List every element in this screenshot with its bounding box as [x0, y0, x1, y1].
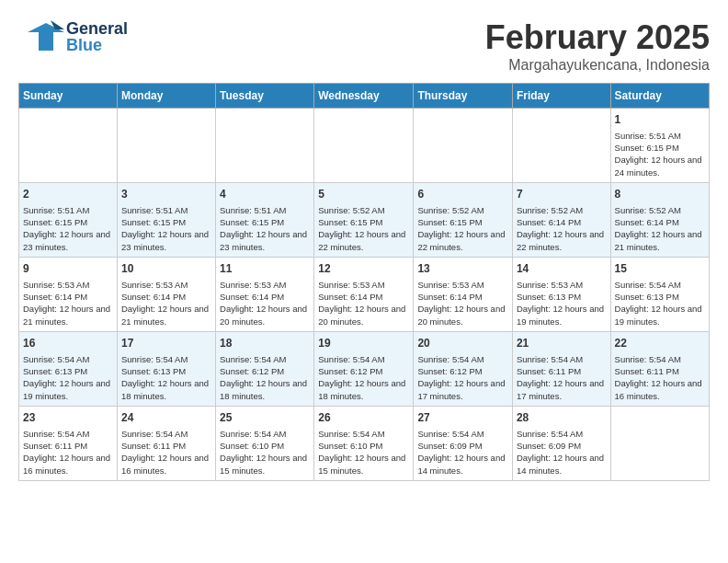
calendar-cell: 8Sunrise: 5:52 AM Sunset: 6:14 PM Daylig…	[610, 182, 709, 257]
day-number: 15	[615, 261, 705, 277]
month-title: February 2025	[485, 18, 710, 57]
day-info: Sunrise: 5:53 AM Sunset: 6:13 PM Dayligh…	[517, 279, 607, 327]
day-number: 1	[615, 112, 705, 128]
day-number: 20	[417, 336, 508, 351]
calendar-body: 1Sunrise: 5:51 AM Sunset: 6:15 PM Daylig…	[19, 109, 710, 481]
day-number: 25	[220, 410, 310, 426]
calendar-cell: 16Sunrise: 5:54 AM Sunset: 6:13 PM Dayli…	[19, 331, 118, 406]
day-info: Sunrise: 5:54 AM Sunset: 6:12 PM Dayligh…	[318, 353, 409, 402]
logo-blue: Blue	[66, 37, 128, 53]
calendar-week-2: 2Sunrise: 5:51 AM Sunset: 6:15 PM Daylig…	[19, 182, 710, 257]
header-row: Sunday Monday Tuesday Wednesday Thursday…	[19, 84, 710, 109]
location-subtitle: Margahayukencana, Indonesia	[485, 57, 710, 74]
day-number: 16	[23, 336, 113, 351]
day-info: Sunrise: 5:54 AM Sunset: 6:13 PM Dayligh…	[121, 353, 211, 402]
calendar-cell: 2Sunrise: 5:51 AM Sunset: 6:15 PM Daylig…	[19, 182, 118, 257]
calendar-cell	[216, 109, 314, 183]
calendar-cell: 9Sunrise: 5:53 AM Sunset: 6:14 PM Daylig…	[19, 257, 118, 331]
day-info: Sunrise: 5:54 AM Sunset: 6:11 PM Dayligh…	[121, 428, 211, 477]
header-saturday: Saturday	[610, 84, 709, 109]
page-header: General Blue February 2025 Margahayukenc…	[18, 18, 710, 74]
calendar-cell: 23Sunrise: 5:54 AM Sunset: 6:11 PM Dayli…	[19, 406, 118, 480]
header-thursday: Thursday	[414, 84, 513, 109]
calendar-cell: 11Sunrise: 5:53 AM Sunset: 6:14 PM Dayli…	[216, 257, 314, 331]
day-number: 10	[121, 261, 211, 277]
calendar-cell: 21Sunrise: 5:54 AM Sunset: 6:11 PM Dayli…	[512, 331, 610, 406]
calendar-week-1: 1Sunrise: 5:51 AM Sunset: 6:15 PM Daylig…	[19, 109, 710, 183]
day-info: Sunrise: 5:53 AM Sunset: 6:14 PM Dayligh…	[318, 279, 409, 327]
day-info: Sunrise: 5:54 AM Sunset: 6:09 PM Dayligh…	[417, 428, 508, 477]
calendar-cell: 3Sunrise: 5:51 AM Sunset: 6:15 PM Daylig…	[117, 182, 215, 257]
day-number: 18	[220, 336, 310, 351]
day-number: 7	[517, 187, 607, 202]
day-info: Sunrise: 5:52 AM Sunset: 6:14 PM Dayligh…	[615, 204, 705, 253]
calendar-cell: 1Sunrise: 5:51 AM Sunset: 6:15 PM Daylig…	[610, 109, 709, 183]
calendar-cell: 20Sunrise: 5:54 AM Sunset: 6:12 PM Dayli…	[414, 331, 513, 406]
calendar-cell: 26Sunrise: 5:54 AM Sunset: 6:10 PM Dayli…	[314, 406, 414, 480]
logo: General Blue	[18, 18, 128, 55]
day-number: 22	[615, 336, 705, 351]
calendar-cell	[610, 406, 709, 480]
calendar-week-3: 9Sunrise: 5:53 AM Sunset: 6:14 PM Daylig…	[19, 257, 710, 331]
day-info: Sunrise: 5:53 AM Sunset: 6:14 PM Dayligh…	[23, 279, 113, 327]
day-info: Sunrise: 5:51 AM Sunset: 6:15 PM Dayligh…	[615, 130, 705, 178]
header-wednesday: Wednesday	[314, 84, 414, 109]
title-block: February 2025 Margahayukencana, Indonesi…	[485, 18, 710, 74]
day-number: 6	[417, 187, 508, 202]
day-info: Sunrise: 5:54 AM Sunset: 6:11 PM Dayligh…	[517, 353, 607, 402]
day-info: Sunrise: 5:54 AM Sunset: 6:12 PM Dayligh…	[220, 353, 310, 402]
day-info: Sunrise: 5:54 AM Sunset: 6:10 PM Dayligh…	[318, 428, 409, 477]
day-info: Sunrise: 5:54 AM Sunset: 6:13 PM Dayligh…	[23, 353, 113, 402]
day-number: 19	[318, 336, 409, 351]
day-info: Sunrise: 5:54 AM Sunset: 6:10 PM Dayligh…	[220, 428, 310, 477]
header-tuesday: Tuesday	[216, 84, 314, 109]
calendar-cell: 18Sunrise: 5:54 AM Sunset: 6:12 PM Dayli…	[216, 331, 314, 406]
calendar-week-5: 23Sunrise: 5:54 AM Sunset: 6:11 PM Dayli…	[19, 406, 710, 480]
day-info: Sunrise: 5:53 AM Sunset: 6:14 PM Dayligh…	[220, 279, 310, 327]
day-number: 13	[417, 261, 508, 277]
calendar-cell: 5Sunrise: 5:52 AM Sunset: 6:15 PM Daylig…	[314, 182, 414, 257]
day-info: Sunrise: 5:52 AM Sunset: 6:15 PM Dayligh…	[417, 204, 508, 253]
day-number: 12	[318, 261, 409, 277]
header-monday: Monday	[117, 84, 215, 109]
calendar-cell: 14Sunrise: 5:53 AM Sunset: 6:13 PM Dayli…	[512, 257, 610, 331]
day-number: 14	[517, 261, 607, 277]
day-number: 26	[318, 410, 409, 426]
logo-general: General	[66, 20, 128, 37]
day-number: 3	[121, 187, 211, 202]
day-number: 4	[220, 187, 310, 202]
day-info: Sunrise: 5:54 AM Sunset: 6:13 PM Dayligh…	[615, 279, 705, 327]
header-sunday: Sunday	[19, 84, 118, 109]
calendar-cell: 7Sunrise: 5:52 AM Sunset: 6:14 PM Daylig…	[512, 182, 610, 257]
day-info: Sunrise: 5:51 AM Sunset: 6:15 PM Dayligh…	[220, 204, 310, 253]
day-info: Sunrise: 5:54 AM Sunset: 6:11 PM Dayligh…	[23, 428, 113, 477]
calendar-cell: 22Sunrise: 5:54 AM Sunset: 6:11 PM Dayli…	[610, 331, 709, 406]
calendar-cell	[117, 109, 215, 183]
calendar-cell: 10Sunrise: 5:53 AM Sunset: 6:14 PM Dayli…	[117, 257, 215, 331]
calendar-cell: 15Sunrise: 5:54 AM Sunset: 6:13 PM Dayli…	[610, 257, 709, 331]
calendar-cell: 27Sunrise: 5:54 AM Sunset: 6:09 PM Dayli…	[414, 406, 513, 480]
day-info: Sunrise: 5:54 AM Sunset: 6:09 PM Dayligh…	[517, 428, 607, 477]
day-number: 2	[23, 187, 113, 202]
day-number: 21	[517, 336, 607, 351]
day-number: 11	[220, 261, 310, 277]
calendar-cell: 6Sunrise: 5:52 AM Sunset: 6:15 PM Daylig…	[414, 182, 513, 257]
calendar-cell: 25Sunrise: 5:54 AM Sunset: 6:10 PM Dayli…	[216, 406, 314, 480]
header-friday: Friday	[512, 84, 610, 109]
day-number: 8	[615, 187, 705, 202]
calendar-cell: 24Sunrise: 5:54 AM Sunset: 6:11 PM Dayli…	[117, 406, 215, 480]
calendar-header: Sunday Monday Tuesday Wednesday Thursday…	[19, 84, 710, 109]
day-info: Sunrise: 5:51 AM Sunset: 6:15 PM Dayligh…	[23, 204, 113, 253]
calendar-cell: 13Sunrise: 5:53 AM Sunset: 6:14 PM Dayli…	[414, 257, 513, 331]
calendar-cell: 19Sunrise: 5:54 AM Sunset: 6:12 PM Dayli…	[314, 331, 414, 406]
day-info: Sunrise: 5:51 AM Sunset: 6:15 PM Dayligh…	[121, 204, 211, 253]
calendar-cell	[19, 109, 118, 183]
calendar-cell: 28Sunrise: 5:54 AM Sunset: 6:09 PM Dayli…	[512, 406, 610, 480]
day-info: Sunrise: 5:54 AM Sunset: 6:11 PM Dayligh…	[615, 353, 705, 402]
calendar-cell	[414, 109, 513, 183]
calendar-cell: 4Sunrise: 5:51 AM Sunset: 6:15 PM Daylig…	[216, 182, 314, 257]
day-number: 27	[417, 410, 508, 426]
calendar-cell	[512, 109, 610, 183]
logo-icon	[18, 18, 64, 55]
calendar-table: Sunday Monday Tuesday Wednesday Thursday…	[18, 83, 710, 481]
